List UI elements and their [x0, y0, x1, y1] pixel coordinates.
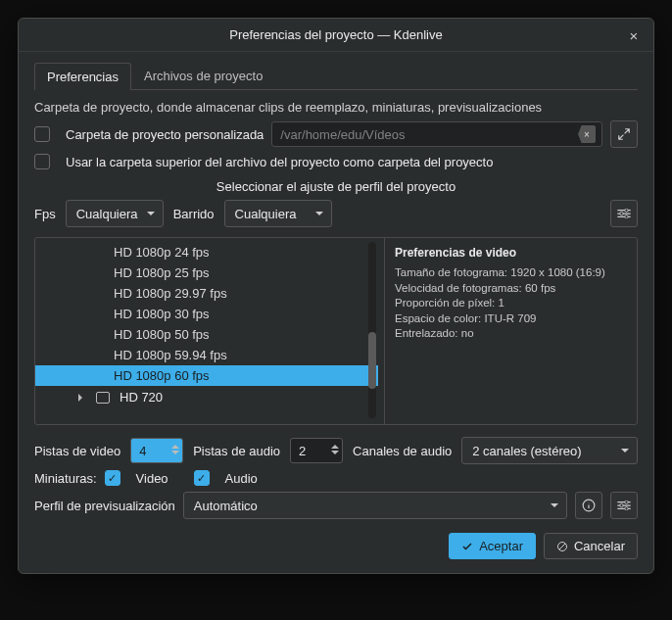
svg-point-0 — [625, 209, 628, 212]
details-heading: Preferencias de video — [395, 246, 627, 260]
chevron-right-icon — [78, 394, 86, 402]
profile-item[interactable]: HD 1080p 29.97 fps — [35, 283, 378, 304]
chevron-up-icon[interactable] — [171, 441, 179, 449]
thumbnails-video-label: Video — [136, 471, 168, 486]
window-title: Preferencias del proyecto — Kdenlive — [229, 27, 443, 42]
detail-frame-rate: Velocidad de fotogramas: 60 fps — [395, 281, 627, 297]
svg-point-1 — [620, 212, 623, 215]
scan-select[interactable]: Cualquiera — [224, 200, 332, 227]
svg-point-5 — [620, 503, 623, 506]
video-tracks-input[interactable]: 4 — [130, 438, 183, 463]
fps-select[interactable]: Cualquiera — [66, 200, 164, 227]
custom-folder-label: Carpeta de proyecto personalizada — [66, 127, 264, 142]
folder-description: Carpeta de proyecto, donde almacenar cli… — [34, 100, 638, 115]
browse-folder-button[interactable] — [610, 120, 638, 148]
tab-preferences[interactable]: Preferencias — [34, 63, 131, 90]
use-parent-folder-checkbox[interactable] — [34, 154, 50, 169]
profile-settings-button[interactable] — [610, 200, 638, 227]
folder-path-input[interactable]: /var/home/edu/Vídeos × — [271, 121, 602, 147]
tab-project-files[interactable]: Archivos de proyecto — [131, 62, 275, 89]
cancel-button[interactable]: Cancelar — [544, 533, 638, 559]
close-button[interactable]: × — [624, 25, 644, 45]
detail-interlaced: Entrelazado: no — [395, 326, 627, 342]
svg-point-2 — [625, 215, 628, 218]
custom-folder-checkbox[interactable] — [34, 126, 50, 142]
detail-pixel-ratio: Proporción de píxel: 1 — [395, 296, 627, 311]
thumbnails-video-checkbox[interactable] — [105, 470, 120, 486]
chevron-up-icon[interactable] — [331, 441, 339, 449]
preview-profile-select[interactable]: Automático — [183, 492, 567, 519]
scan-label: Barrido — [173, 207, 215, 221]
preview-settings-button[interactable] — [610, 492, 638, 519]
tree-scrollbar[interactable] — [368, 242, 376, 418]
use-parent-folder-label: Usar la carpeta superior del archivo del… — [66, 155, 493, 169]
profile-item[interactable]: HD 1080p 50 fps — [35, 324, 378, 345]
detail-frame-size: Tamaño de fotograma: 1920 x 1080 (16:9) — [395, 265, 627, 281]
profile-tree[interactable]: HD 1080p 24 fps HD 1080p 25 fps HD 1080p… — [35, 238, 378, 424]
fps-label: Fps — [34, 207, 56, 221]
scrollbar-thumb[interactable] — [368, 332, 376, 389]
svg-point-6 — [625, 507, 628, 510]
profile-item[interactable]: HD 1080p 24 fps — [35, 242, 378, 262]
thumbnails-label: Miniaturas: — [34, 471, 97, 486]
detail-colorspace: Espacio de color: ITU-R 709 — [395, 311, 627, 327]
profile-item[interactable]: HD 1080p 30 fps — [35, 304, 378, 324]
folder-icon — [96, 392, 110, 404]
profile-group[interactable]: HD 720 — [35, 386, 378, 408]
video-tracks-label: Pistas de video — [34, 444, 120, 458]
preview-profile-label: Perfil de previsualización — [34, 499, 175, 513]
audio-channels-label: Canales de audio — [353, 444, 452, 458]
project-preferences-dialog: Preferencias del proyecto — Kdenlive × P… — [18, 18, 654, 574]
thumbnails-audio-checkbox[interactable] — [194, 470, 210, 486]
accept-button[interactable]: Aceptar — [449, 533, 536, 559]
titlebar: Preferencias del proyecto — Kdenlive × — [19, 19, 653, 52]
audio-tracks-label: Pistas de audio — [193, 444, 280, 458]
chevron-down-icon[interactable] — [331, 451, 339, 458]
svg-point-4 — [625, 501, 628, 503]
profile-section-label: Seleccionar el ajuste de perfil del proy… — [34, 179, 638, 194]
profile-item[interactable]: HD 1080p 25 fps — [35, 262, 378, 283]
audio-tracks-input[interactable]: 2 — [290, 438, 343, 463]
tab-bar: Preferencias Archivos de proyecto — [34, 62, 638, 90]
chevron-down-icon[interactable] — [171, 451, 179, 458]
thumbnails-audio-label: Audio — [225, 471, 258, 486]
profile-item-selected[interactable]: HD 1080p 60 fps — [35, 365, 378, 386]
profile-item[interactable]: HD 1080p 59.94 fps — [35, 345, 378, 365]
clear-icon[interactable]: × — [578, 125, 596, 143]
preview-info-button[interactable] — [575, 492, 602, 519]
audio-channels-select[interactable]: 2 canales (estéreo) — [461, 437, 638, 464]
profile-details: Preferencias de video Tamaño de fotogram… — [384, 238, 637, 424]
